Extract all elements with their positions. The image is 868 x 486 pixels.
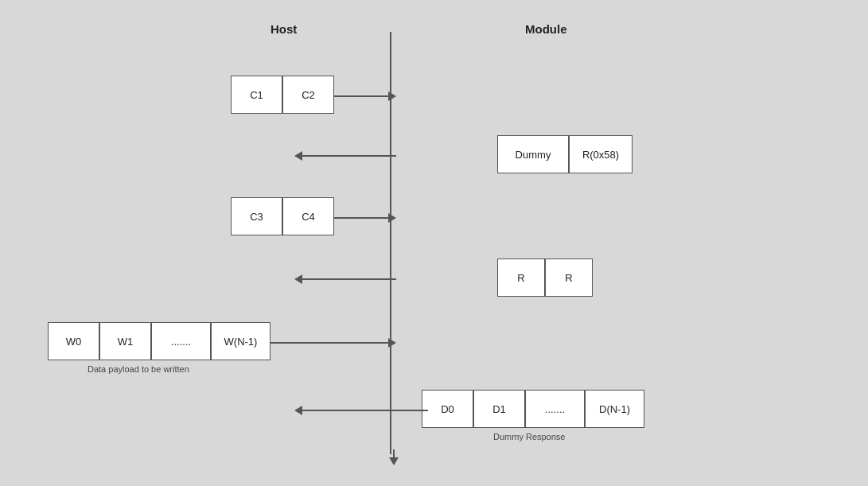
box-c1: C1: [231, 76, 282, 114]
arrow-down-line: [393, 449, 395, 457]
box-dummy: Dummy: [497, 135, 569, 173]
diagram-container: Host Module C1 C2 Dummy R(0x58) C3 C4 R …: [0, 0, 868, 486]
box-d0: D0: [422, 390, 473, 428]
host-label: Host: [271, 22, 297, 36]
arrow-line-row2: [302, 155, 396, 157]
box-c3: C3: [231, 197, 282, 235]
arrow-line-row5: [271, 342, 388, 344]
box-c4: C4: [282, 197, 334, 235]
module-label: Module: [525, 22, 567, 36]
arrow-line-row6: [302, 410, 428, 411]
arrow-row1: [334, 91, 396, 101]
box-dots-d: .......: [525, 390, 585, 428]
box-dots-w: .......: [151, 322, 211, 360]
arrow-line-row3: [334, 217, 388, 219]
box-dn1: D(N-1): [585, 390, 644, 428]
arrow-down-timeline: [389, 449, 399, 465]
arrow-row5: [271, 338, 396, 348]
arrow-row4: [294, 274, 396, 284]
caption-dummy-response: Dummy Response: [493, 432, 565, 441]
arrow-down-head: [389, 457, 399, 465]
box-r0x58: R(0x58): [569, 135, 633, 173]
arrow-head-row5: [388, 338, 396, 348]
caption-write-payload: Data payload to be written: [88, 364, 189, 374]
arrow-row3: [334, 213, 396, 223]
box-w1: W1: [99, 322, 151, 360]
box-w0: W0: [48, 322, 99, 360]
arrow-head-row2: [294, 151, 302, 161]
arrow-head-row4: [294, 274, 302, 284]
arrow-row6: [294, 406, 428, 415]
box-r1: R: [497, 259, 545, 297]
box-d1: D1: [473, 390, 525, 428]
arrow-head-row1: [388, 91, 396, 101]
box-wn1: W(N-1): [211, 322, 271, 360]
arrow-row2: [294, 151, 396, 161]
arrow-head-row3: [388, 213, 396, 223]
box-c2: C2: [282, 76, 334, 114]
arrow-line-row4: [302, 278, 396, 280]
arrow-line-row1: [334, 95, 388, 97]
arrow-head-row6: [294, 406, 302, 415]
box-r2: R: [545, 259, 593, 297]
